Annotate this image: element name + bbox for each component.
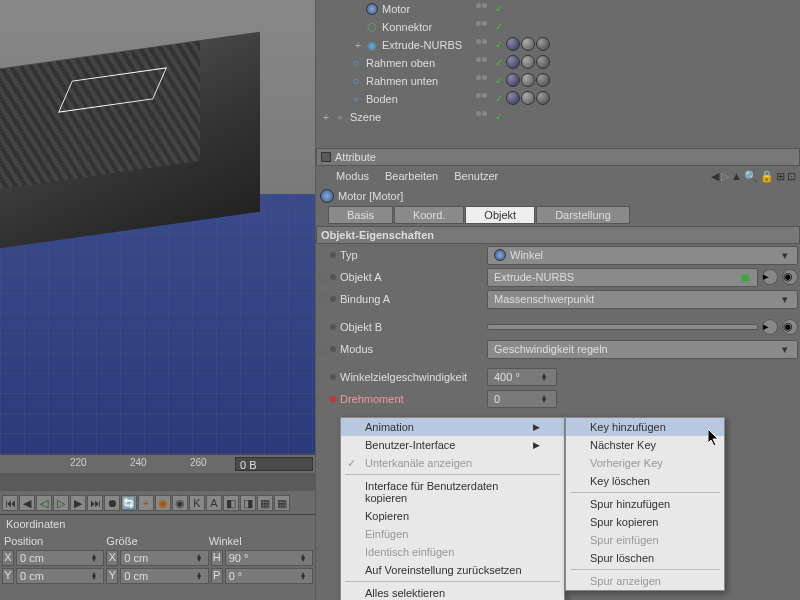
visibility-dots[interactable]: ✓ bbox=[476, 75, 503, 86]
expand-icon[interactable]: + bbox=[352, 39, 364, 51]
anim-dot[interactable] bbox=[330, 324, 336, 330]
material-tags[interactable] bbox=[506, 73, 550, 87]
prop-check[interactable] bbox=[318, 273, 326, 281]
timeline-button[interactable]: ◨ bbox=[240, 495, 256, 511]
value-objb[interactable] bbox=[487, 324, 758, 330]
tree-item[interactable]: +▫Szene bbox=[316, 108, 800, 126]
menu-item[interactable]: Spur kopieren bbox=[566, 513, 724, 531]
value-obja[interactable]: Extrude-NURBS ▣ bbox=[487, 268, 758, 287]
anim-dot[interactable] bbox=[330, 346, 336, 352]
anim-dot[interactable] bbox=[330, 274, 336, 280]
timeline-button[interactable]: ▶ bbox=[70, 495, 86, 511]
visibility-dots[interactable]: ✓ bbox=[476, 21, 503, 32]
timeline-button[interactable]: A bbox=[206, 495, 222, 511]
menu-edit[interactable]: Bearbeiten bbox=[385, 170, 438, 182]
menu-item[interactable]: Key hinzufügen bbox=[566, 418, 724, 436]
visibility-dots[interactable]: ✓ bbox=[476, 39, 503, 50]
timeline-track[interactable] bbox=[0, 473, 315, 491]
menu-item[interactable]: Kopieren bbox=[341, 507, 564, 525]
value-binda[interactable]: Massenschwerpunkt ▾ bbox=[487, 290, 798, 309]
timeline-button[interactable]: 🔄 bbox=[121, 495, 137, 511]
timeline-button[interactable]: ⏮ bbox=[2, 495, 18, 511]
menu-item[interactable]: Spur hinzufügen bbox=[566, 495, 724, 513]
anim-dot[interactable] bbox=[330, 296, 336, 302]
coord-input[interactable]: 0 cm▴▾ bbox=[120, 568, 208, 584]
visibility-dots[interactable]: ✓ bbox=[476, 93, 503, 104]
material-tags[interactable] bbox=[506, 55, 550, 69]
expand-icon[interactable]: + bbox=[320, 111, 332, 123]
anim-dot[interactable] bbox=[330, 252, 336, 258]
visibility-dots[interactable]: ✓ bbox=[476, 57, 503, 68]
menu-user[interactable]: Benutzer bbox=[454, 170, 498, 182]
attr-pin-checkbox[interactable] bbox=[321, 152, 331, 162]
new-icon[interactable]: ⊞ bbox=[776, 170, 785, 183]
target-button[interactable]: ◉ bbox=[782, 269, 798, 285]
anim-dot-active[interactable] bbox=[330, 396, 336, 402]
timeline-button[interactable]: ▦ bbox=[257, 495, 273, 511]
visibility-dots[interactable]: ✓ bbox=[476, 111, 503, 122]
tree-item[interactable]: ⬡Konnektor bbox=[316, 18, 800, 36]
timeline-frame-field[interactable]: 0 B bbox=[235, 457, 313, 471]
prop-check[interactable] bbox=[318, 345, 326, 353]
timeline-button[interactable]: ◧ bbox=[223, 495, 239, 511]
timeline-button[interactable]: ◁ bbox=[36, 495, 52, 511]
anim-dot[interactable] bbox=[330, 374, 336, 380]
search-icon[interactable]: 🔍 bbox=[744, 170, 758, 183]
spinner-icon[interactable]: ▴▾ bbox=[542, 373, 550, 381]
target-button[interactable]: ◉ bbox=[782, 319, 798, 335]
nav-fwd-icon[interactable]: ▷ bbox=[721, 170, 729, 183]
tree-item[interactable]: Motor bbox=[316, 0, 800, 18]
spinner-icon[interactable]: ▴▾ bbox=[542, 395, 550, 403]
timeline-ruler[interactable]: 220 240 260 0 B bbox=[0, 455, 315, 473]
lock-icon[interactable]: 🔒 bbox=[760, 170, 774, 183]
pick-button[interactable]: ▸ bbox=[762, 269, 778, 285]
tab-koord[interactable]: Koord. bbox=[394, 206, 464, 224]
timeline-button[interactable]: ◉ bbox=[172, 495, 188, 511]
timeline-button[interactable]: ⏭ bbox=[87, 495, 103, 511]
value-typ[interactable]: Winkel ▾ bbox=[487, 246, 798, 265]
nav-back-icon[interactable]: ◀ bbox=[711, 170, 719, 183]
prop-check[interactable] bbox=[318, 251, 326, 259]
menu-item[interactable]: Alles selektieren bbox=[341, 584, 564, 600]
tree-item[interactable]: ○Rahmen oben bbox=[316, 54, 800, 72]
value-drehmoment[interactable]: 0 ▴▾ bbox=[487, 390, 557, 408]
tree-item[interactable]: ▫Boden bbox=[316, 90, 800, 108]
coord-input[interactable]: 90 °▴▾ bbox=[225, 550, 313, 566]
menu-item[interactable]: Benutzer-Interface▶ bbox=[341, 436, 564, 454]
pick-button[interactable]: ▸ bbox=[762, 319, 778, 335]
timeline-button[interactable]: ▷ bbox=[53, 495, 69, 511]
tree-item[interactable]: ○Rahmen unten bbox=[316, 72, 800, 90]
menu-mode[interactable]: Modus bbox=[336, 170, 369, 182]
visibility-dots[interactable]: ✓ bbox=[476, 3, 503, 14]
tree-item[interactable]: +◉Extrude-NURBS bbox=[316, 36, 800, 54]
prop-check[interactable] bbox=[318, 395, 326, 403]
prop-check[interactable] bbox=[318, 295, 326, 303]
expand-icon[interactable]: ⊡ bbox=[787, 170, 796, 183]
menu-item[interactable]: Key löschen bbox=[566, 472, 724, 490]
menu-item[interactable]: Interface für Benutzerdaten kopieren bbox=[341, 477, 564, 507]
material-tags[interactable] bbox=[506, 91, 550, 105]
menu-item[interactable]: Animation▶ bbox=[341, 418, 564, 436]
coord-input[interactable]: 0 °▴▾ bbox=[225, 568, 313, 584]
menu-item[interactable]: Spur löschen bbox=[566, 549, 724, 567]
timeline-button[interactable]: ◉ bbox=[155, 495, 171, 511]
material-tags[interactable] bbox=[506, 37, 550, 51]
value-modus[interactable]: Geschwindigkeit regeln ▾ bbox=[487, 340, 798, 359]
coord-input[interactable]: 0 cm▴▾ bbox=[16, 550, 104, 566]
tab-basis[interactable]: Basis bbox=[328, 206, 393, 224]
prop-check[interactable] bbox=[318, 373, 326, 381]
tab-darstellung[interactable]: Darstellung bbox=[536, 206, 630, 224]
menu-item[interactable]: Auf Voreinstellung zurücksetzen bbox=[341, 561, 564, 579]
coord-input[interactable]: 0 cm▴▾ bbox=[120, 550, 208, 566]
viewport-3d[interactable] bbox=[0, 0, 315, 454]
nav-up-icon[interactable]: ▲ bbox=[731, 170, 742, 183]
timeline-button[interactable]: + bbox=[138, 495, 154, 511]
timeline-button[interactable]: ▦ bbox=[274, 495, 290, 511]
value-winkel[interactable]: 400 ° ▴▾ bbox=[487, 368, 557, 386]
timeline-button[interactable]: ⏺ bbox=[104, 495, 120, 511]
timeline-button[interactable]: K bbox=[189, 495, 205, 511]
tab-objekt[interactable]: Objekt bbox=[465, 206, 535, 224]
timeline-button[interactable]: ◀ bbox=[19, 495, 35, 511]
prop-check[interactable] bbox=[318, 323, 326, 331]
coord-input[interactable]: 0 cm▴▾ bbox=[16, 568, 104, 584]
